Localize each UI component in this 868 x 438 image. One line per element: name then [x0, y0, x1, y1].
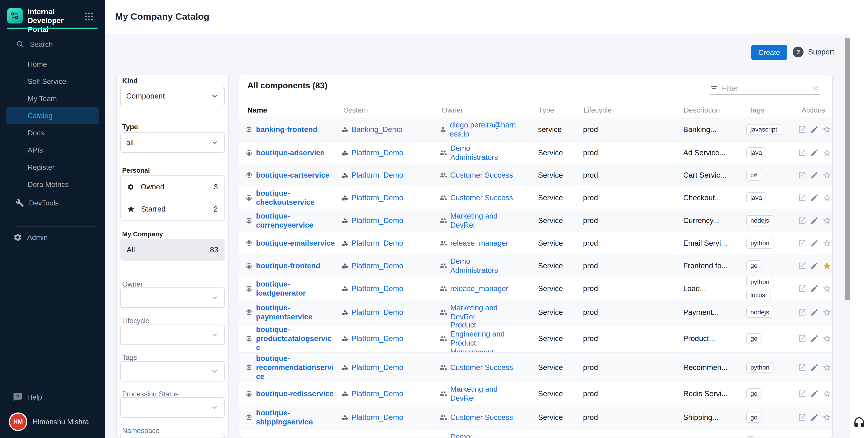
- edit-icon[interactable]: [810, 171, 819, 179]
- apps-grid-icon[interactable]: [84, 11, 94, 23]
- entity-name-link[interactable]: banking-frontend: [256, 125, 317, 134]
- entity-name-link[interactable]: boutique-recommendationservice: [256, 354, 336, 381]
- system-link[interactable]: Platform_Demo: [351, 239, 403, 248]
- star-icon[interactable]: [822, 334, 831, 343]
- owner-link[interactable]: Demo Administrators: [450, 257, 518, 275]
- vertical-scrollbar-thumb[interactable]: [845, 38, 850, 300]
- star-icon[interactable]: [822, 437, 831, 438]
- star-icon[interactable]: [822, 389, 831, 398]
- star-icon[interactable]: [822, 413, 831, 422]
- create-button[interactable]: Create: [751, 45, 787, 60]
- owner-link[interactable]: Marketing and DevRel: [450, 385, 518, 403]
- system-link[interactable]: Banking_Demo: [351, 125, 403, 134]
- open-in-new-icon[interactable]: [798, 437, 806, 438]
- edit-icon[interactable]: [810, 262, 819, 270]
- open-in-new-icon[interactable]: [798, 239, 806, 247]
- open-in-new-icon[interactable]: [798, 148, 806, 157]
- user-profile[interactable]: HM Himanshu Mishra: [10, 412, 89, 432]
- star-icon[interactable]: [822, 148, 831, 157]
- open-in-new-icon[interactable]: [798, 308, 806, 317]
- system-link[interactable]: Platform_Demo: [351, 148, 403, 157]
- sidebar-item-self-service[interactable]: Self Service: [0, 73, 105, 90]
- edit-icon[interactable]: [810, 194, 819, 202]
- system-link[interactable]: Platform_Demo: [351, 413, 403, 422]
- system-link[interactable]: Platform_Demo: [351, 437, 403, 438]
- edit-icon[interactable]: [810, 239, 819, 247]
- system-link[interactable]: Platform_Demo: [351, 363, 403, 372]
- entity-name-link[interactable]: boutique-cartservice: [256, 171, 330, 180]
- edit-icon[interactable]: [810, 216, 819, 225]
- entity-name-link[interactable]: boutique-adservice: [256, 148, 324, 157]
- entity-name-link[interactable]: boutique-shippingservice: [256, 408, 336, 427]
- owner-link[interactable]: diego.pereira@harness.io: [450, 121, 518, 139]
- open-in-new-icon[interactable]: [798, 125, 806, 134]
- entity-name-link[interactable]: boutique-checkoutservice: [256, 189, 336, 207]
- kind-select[interactable]: Component: [120, 86, 224, 106]
- sidebar-item-devtools[interactable]: DevTools: [0, 194, 105, 211]
- sidebar-item-catalog[interactable]: Catalog: [6, 107, 99, 124]
- star-icon[interactable]: [822, 308, 831, 317]
- system-link[interactable]: Platform_Demo: [351, 308, 403, 317]
- system-link[interactable]: Platform_Demo: [351, 284, 403, 293]
- filter-select-owner[interactable]: [120, 288, 224, 308]
- star-icon[interactable]: [822, 193, 831, 202]
- entity-name-link[interactable]: boutique-redisservice: [256, 389, 334, 398]
- open-in-new-icon[interactable]: [798, 171, 806, 179]
- sidebar-item-my-team[interactable]: My Team: [0, 90, 105, 107]
- type-select[interactable]: all: [120, 132, 224, 153]
- sidebar-search[interactable]: Search: [16, 39, 53, 50]
- star-icon[interactable]: [822, 239, 831, 248]
- owned-filter[interactable]: Owned 3: [121, 176, 224, 198]
- entity-name-link[interactable]: boutique-paymentservice: [256, 303, 336, 322]
- entity-name-link[interactable]: boutique-currencyservice: [256, 211, 336, 230]
- system-link[interactable]: Platform_Demo: [351, 171, 403, 180]
- entity-name-link[interactable]: boutique-loadgenerator: [256, 279, 336, 298]
- support-button[interactable]: ? Support: [793, 46, 834, 58]
- all-filter[interactable]: All 83: [120, 239, 224, 261]
- edit-icon[interactable]: [810, 363, 819, 372]
- sidebar-item-home[interactable]: Home: [0, 56, 105, 73]
- open-in-new-icon[interactable]: [798, 390, 806, 398]
- filter-select-namespace[interactable]: [120, 434, 224, 438]
- owner-link[interactable]: Product Engineering and Product Manageme…: [450, 321, 518, 357]
- edit-icon[interactable]: [810, 148, 819, 157]
- system-link[interactable]: Platform_Demo: [351, 216, 403, 225]
- clear-filter-icon[interactable]: [812, 85, 819, 92]
- star-icon[interactable]: [822, 216, 831, 225]
- starred-filter[interactable]: Starred 2: [121, 198, 224, 220]
- filter-select-lifecycle[interactable]: [120, 325, 224, 345]
- owner-link[interactable]: Demo Administrators: [450, 432, 518, 438]
- edit-icon[interactable]: [810, 390, 819, 398]
- sidebar-item-dora-metrics[interactable]: Dora Metrics: [0, 176, 105, 193]
- entity-name-link[interactable]: boutique-frontend: [256, 261, 320, 270]
- owner-link[interactable]: Marketing and DevRel: [450, 211, 518, 230]
- edit-icon[interactable]: [810, 437, 819, 438]
- support-chat-icon[interactable]: [853, 417, 866, 430]
- owner-link[interactable]: release_manager: [450, 239, 508, 248]
- edit-icon[interactable]: [810, 284, 819, 293]
- sidebar-item-admin[interactable]: Admin: [0, 229, 105, 246]
- system-link[interactable]: Platform_Demo: [351, 334, 403, 343]
- entity-name-link[interactable]: b...: [256, 437, 267, 438]
- system-link[interactable]: Platform_Demo: [351, 261, 403, 270]
- filter-input[interactable]: [722, 84, 799, 93]
- owner-link[interactable]: Customer Success: [450, 363, 513, 372]
- sidebar-item-apis[interactable]: APIs: [0, 141, 105, 159]
- owner-link[interactable]: Customer Success: [450, 171, 513, 180]
- star-icon[interactable]: [822, 284, 831, 293]
- star-icon[interactable]: [822, 171, 831, 180]
- sidebar-item-docs[interactable]: Docs: [0, 124, 105, 141]
- owner-link[interactable]: Customer Success: [450, 193, 513, 202]
- filter-select-processing-status[interactable]: [120, 397, 224, 418]
- system-link[interactable]: Platform_Demo: [351, 389, 403, 398]
- starred-icon[interactable]: [822, 261, 831, 270]
- system-link[interactable]: Platform_Demo: [351, 193, 403, 202]
- open-in-new-icon[interactable]: [798, 363, 806, 372]
- star-icon[interactable]: [822, 125, 831, 134]
- open-in-new-icon[interactable]: [798, 194, 806, 202]
- edit-icon[interactable]: [810, 334, 819, 343]
- sidebar-item-register[interactable]: Register: [0, 159, 105, 176]
- sidebar-item-help[interactable]: ? Help: [0, 389, 105, 406]
- open-in-new-icon[interactable]: [798, 284, 806, 293]
- open-in-new-icon[interactable]: [798, 216, 806, 225]
